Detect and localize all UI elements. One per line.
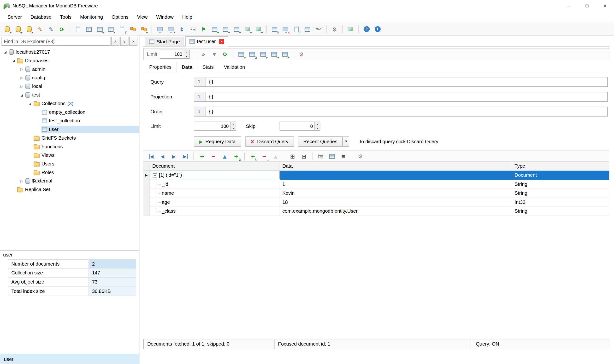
- shell-icon[interactable]: [155, 25, 165, 34]
- tree-node-config[interactable]: ▷config: [0, 74, 139, 82]
- delete-record-icon[interactable]: −: [209, 152, 218, 161]
- grid-row[interactable]: age18Int32: [143, 198, 609, 207]
- document-cell[interactable]: _id: [150, 180, 280, 189]
- order-editor-content[interactable]: {}: [206, 107, 607, 116]
- import-collection-icon[interactable]: ←: [221, 25, 230, 34]
- limit-input[interactable]: [160, 50, 184, 58]
- data-cell[interactable]: com.example.mongodb.entity.User: [280, 207, 512, 216]
- menu-help[interactable]: Help: [178, 12, 197, 23]
- tree-node-admin[interactable]: ▷admin: [0, 65, 139, 74]
- linq-editor-icon[interactable]: linq: [188, 25, 197, 34]
- tree-node-roles[interactable]: Roles: [0, 168, 139, 177]
- first-record-icon[interactable]: ◀: [147, 152, 156, 161]
- column-header-document[interactable]: Document: [150, 162, 280, 170]
- tree-node-databases[interactable]: ◢Databases: [0, 56, 139, 65]
- profiler-icon[interactable]: ↕: [177, 25, 186, 34]
- add-records-icon[interactable]: +2: [231, 152, 241, 161]
- close-results-icon[interactable]: ×: [281, 25, 290, 34]
- skip-field-input[interactable]: [280, 122, 314, 130]
- expand-arrow-icon[interactable]: ▷: [19, 67, 25, 71]
- html-export-icon[interactable]: HTML: [314, 25, 323, 34]
- tree-node-local[interactable]: ▷local: [0, 82, 139, 91]
- type-cell[interactable]: Int32: [512, 198, 609, 207]
- spin-down-icon[interactable]: ▾: [315, 126, 320, 130]
- menu-tools[interactable]: Tools: [56, 12, 76, 23]
- spin-up-icon[interactable]: ▴: [231, 122, 236, 126]
- tab-properties[interactable]: Properties: [144, 62, 177, 72]
- users-icon[interactable]: [128, 25, 138, 34]
- collapse-arrow-icon[interactable]: ◢: [19, 93, 25, 97]
- data-cell[interactable]: 1: [280, 180, 512, 189]
- tree-node-gridfs-buckets[interactable]: GridFS Buckets: [0, 134, 139, 142]
- settings-icon[interactable]: ⚙: [330, 25, 339, 34]
- document-cell[interactable]: _class: [150, 207, 280, 216]
- duplicate-document-icon[interactable]: +: [259, 50, 268, 59]
- tab-test-user[interactable]: test.user×: [185, 36, 228, 46]
- tree-node-functions[interactable]: Functions: [0, 142, 139, 151]
- document-cell[interactable]: [1] (id="1"): [150, 171, 280, 180]
- data-cell[interactable]: [280, 171, 512, 180]
- image-viewer-icon[interactable]: [346, 25, 355, 34]
- edit-query-icon[interactable]: ✎: [46, 25, 56, 34]
- about-icon[interactable]: i: [373, 25, 382, 34]
- delete-field-icon[interactable]: −∟: [260, 152, 269, 161]
- menu-database[interactable]: Database: [26, 12, 56, 23]
- spin-up-icon[interactable]: ▴: [184, 50, 189, 54]
- requery-data-button[interactable]: ▶ Requery Data: [194, 136, 241, 147]
- script-window-icon[interactable]: ƒ: [117, 25, 126, 34]
- maximize-button[interactable]: □: [578, 0, 596, 12]
- grid-view-icon[interactable]: [327, 152, 337, 161]
- close-tab-icon[interactable]: ×: [219, 39, 224, 44]
- expand-arrow-icon[interactable]: ▷: [19, 85, 25, 88]
- tab-validation[interactable]: Validation: [219, 62, 250, 72]
- export-collection-icon[interactable]: →: [210, 25, 219, 34]
- disconnect-server-icon[interactable]: ×: [24, 25, 34, 34]
- roles-icon[interactable]: +: [139, 25, 148, 34]
- search-prev-button[interactable]: ∧: [111, 37, 119, 46]
- tree-node-collections[interactable]: ◢Collections(3): [0, 99, 139, 108]
- map-reduce-icon[interactable]: ⚑: [199, 25, 208, 34]
- insert-field-icon[interactable]: +∟: [248, 152, 258, 161]
- minimize-button[interactable]: –: [560, 0, 578, 12]
- grid-row[interactable]: nameKevinString: [143, 189, 609, 198]
- spin-down-icon[interactable]: ▾: [231, 126, 236, 130]
- collapse-all-icon[interactable]: ⊟: [299, 152, 308, 161]
- filter-icon[interactable]: ▼: [210, 50, 219, 59]
- tree-view-icon[interactable]: [316, 152, 325, 161]
- view-table-icon[interactable]: ▾: [106, 25, 115, 34]
- explorer-search-input[interactable]: [2, 37, 111, 46]
- export-report-icon[interactable]: ←: [254, 25, 263, 34]
- expand-arrow-icon[interactable]: ▷: [19, 179, 25, 183]
- add-record-icon[interactable]: +: [197, 152, 207, 161]
- tab-start-page[interactable]: Start Page: [145, 37, 184, 46]
- data-cell[interactable]: 18: [280, 198, 512, 207]
- grid-row[interactable]: _classcom.example.mongodb.entity.UserStr…: [143, 207, 609, 216]
- discard-query-button[interactable]: ✘ Discard Query: [245, 136, 294, 147]
- new-collection-icon[interactable]: +: [95, 25, 105, 34]
- search-close-button[interactable]: ×: [129, 37, 138, 46]
- tree-node-empty-collection[interactable]: empty_collection: [0, 108, 139, 117]
- limit-field-spinbox[interactable]: ▴▾: [194, 122, 236, 131]
- tree-node-replica-set[interactable]: Replica Set: [0, 185, 139, 194]
- spin-up-icon[interactable]: ▴: [315, 122, 320, 126]
- tab-data[interactable]: Data: [177, 62, 197, 72]
- edit-connection-icon[interactable]: ✎: [35, 25, 45, 34]
- column-header-data[interactable]: Data: [280, 162, 512, 170]
- spin-down-icon[interactable]: ▾: [184, 54, 189, 58]
- copy-collection-icon[interactable]: →: [232, 25, 241, 34]
- data-view-settings-icon[interactable]: ⚙: [297, 50, 306, 59]
- cancel-edit-icon[interactable]: ▲: [271, 152, 280, 161]
- projection-editor[interactable]: 1{}: [194, 92, 608, 102]
- document-cell[interactable]: name: [150, 189, 280, 198]
- close-button[interactable]: ×: [596, 0, 614, 12]
- skip-field-spinbox[interactable]: ▴▾: [280, 122, 321, 131]
- tree-node-test[interactable]: ◢test: [0, 91, 139, 99]
- last-record-icon[interactable]: ▶: [181, 152, 190, 161]
- limit-field-input[interactable]: [194, 122, 230, 130]
- menu-monitoring[interactable]: Monitoring: [76, 12, 107, 23]
- grid-settings-icon[interactable]: ⚙: [355, 152, 365, 161]
- collapse-arrow-icon[interactable]: ◢: [11, 59, 16, 63]
- prev-record-icon[interactable]: ◀: [158, 152, 167, 161]
- add-documents-icon[interactable]: 2: [248, 50, 257, 59]
- server-status-icon[interactable]: ▸: [166, 25, 175, 34]
